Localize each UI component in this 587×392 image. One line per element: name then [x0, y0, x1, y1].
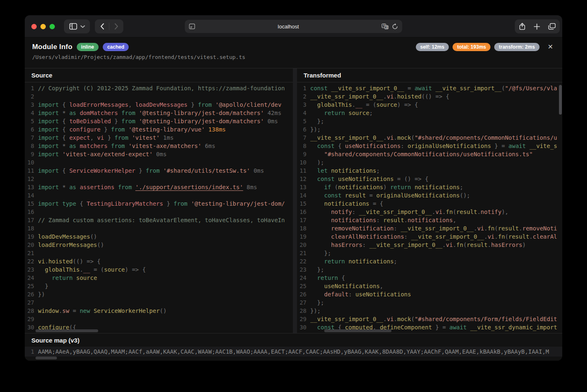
- code-line: 7__vite_ssr_import_0__.vi.mock("#shared/…: [297, 134, 562, 142]
- code-line: 18 removeNotification: __vite_ssr_import…: [297, 224, 562, 232]
- line-number: 27: [25, 298, 38, 307]
- code-line: 9import 'vitest-axe/extend-expect' 0ms: [25, 150, 293, 158]
- new-tab-button[interactable]: [534, 23, 540, 30]
- code-line: 9 "#shared/components/CommonNotification…: [297, 150, 562, 158]
- line-number: 16: [25, 208, 38, 216]
- code-line: 11import { ServiceWorkerHelper } from '#…: [25, 167, 293, 175]
- line-number: 26: [297, 290, 310, 298]
- line-number: 25: [297, 282, 310, 290]
- line-number: 22: [297, 257, 310, 265]
- source-panel: Source 1// Copyright (C) 2012-2025 Zamma…: [25, 68, 293, 333]
- close-window-button[interactable]: [31, 24, 37, 29]
- page-title: Module Info: [32, 43, 73, 51]
- toolbar-right-buttons: [515, 19, 560, 33]
- code-line: 28});: [297, 307, 562, 315]
- code-line: 28window.sw = new ServiceWorkerHelper(): [25, 307, 293, 315]
- line-number: 24: [297, 274, 310, 282]
- code-line: 16 notify: __vite_ssr_import_0__.vi.fn(r…: [297, 208, 562, 216]
- line-number: 4: [297, 109, 310, 117]
- url-text: localhost: [195, 23, 382, 30]
- module-file-path: /Users/vladimir/Projects/zammad/app/fron…: [32, 54, 555, 60]
- line-number: 14: [25, 191, 38, 200]
- code-line: 4 return source;: [297, 109, 562, 117]
- line-number: 13: [25, 183, 38, 191]
- code-line: 17// Zammad custom assertions: toBeAvata…: [25, 216, 293, 224]
- page-settings-icon[interactable]: [189, 23, 195, 29]
- code-line: 2: [25, 92, 293, 101]
- forward-button[interactable]: [109, 23, 123, 30]
- line-number: 17: [25, 216, 38, 224]
- code-line: 12 const useNotifications = () => {: [297, 175, 562, 183]
- address-bar[interactable]: localhost A 文: [185, 20, 402, 33]
- close-icon[interactable]: ✕: [546, 43, 555, 51]
- code-line: 7import { expect, vi } from 'vitest' 1ms: [25, 134, 293, 142]
- horizontal-scrollbar[interactable]: [35, 357, 57, 359]
- translate-icon[interactable]: A 文: [382, 23, 389, 29]
- line-number: 16: [297, 208, 310, 216]
- line-number: 22: [25, 257, 38, 265]
- transformed-code[interactable]: 1const __vite_ssr_import_0__ = await __v…: [297, 82, 562, 331]
- line-number: 21: [25, 249, 38, 257]
- code-line: 22 return notifications;: [297, 257, 562, 265]
- forward-icon: [114, 23, 118, 30]
- code-line: 4import * as domMatchers from '@testing-…: [25, 109, 293, 117]
- source-code[interactable]: 1// Copyright (C) 2012-2025 Zammad Found…: [25, 82, 293, 331]
- line-number: 4: [25, 109, 38, 117]
- code-line: 20loadErrorMessages(): [25, 241, 293, 249]
- horizontal-scrollbar[interactable]: [35, 329, 98, 332]
- navigation-buttons: [95, 19, 123, 33]
- line-number: 30: [297, 323, 310, 331]
- code-line: 10: [25, 158, 293, 167]
- line-number: 12: [297, 175, 310, 183]
- line-number: 7: [297, 134, 310, 142]
- module-info-header: Module Info inline cached self: 12ms tot…: [25, 38, 562, 68]
- browser-toolbar: localhost A 文: [25, 15, 562, 38]
- line-number: 15: [297, 200, 310, 208]
- code-line: 3 globalThis.__ = (source) => {: [297, 101, 562, 109]
- line-number: 26: [25, 290, 38, 298]
- line-number: 19: [297, 232, 310, 241]
- share-button[interactable]: [519, 23, 526, 30]
- line-number: 21: [297, 249, 310, 257]
- code-line: 18: [25, 224, 293, 232]
- code-line: 22vi.hoisted(() => {: [25, 257, 293, 265]
- minimize-window-button[interactable]: [40, 24, 46, 29]
- line-number: 10: [297, 158, 310, 167]
- line-number: 1: [297, 84, 310, 92]
- line-number: 20: [297, 241, 310, 249]
- line-number: 25: [25, 282, 38, 290]
- code-line: 29__vite_ssr_import_0__.vi.mock("#shared…: [297, 315, 562, 323]
- code-line: 3import { loadErrorMessages, loadDevMess…: [25, 101, 293, 109]
- reload-icon[interactable]: [392, 23, 398, 30]
- code-line: 27: [25, 298, 293, 307]
- line-number: 1: [25, 84, 38, 92]
- code-line: 25 useNotifications,: [297, 282, 562, 290]
- code-line: 14: [25, 191, 293, 200]
- sidebar-toggle-button[interactable]: [64, 19, 90, 33]
- line-number: 28: [297, 307, 310, 315]
- vertical-scrollbar[interactable]: [559, 85, 562, 115]
- line-number: 9: [297, 150, 310, 158]
- browser-window: localhost A 文: [25, 15, 562, 361]
- line-number: 18: [297, 224, 310, 232]
- zoom-window-button[interactable]: [50, 24, 55, 29]
- sidebar-icon: [69, 23, 77, 30]
- chevron-down-icon: [80, 25, 85, 28]
- transformed-panel: Transformed 1const __vite_ssr_import_0__…: [293, 68, 562, 333]
- code-line: 27 };: [297, 298, 562, 307]
- horizontal-scrollbar[interactable]: [324, 329, 391, 332]
- code-line: 24 return {: [297, 274, 562, 282]
- code-line: 6});: [297, 125, 562, 134]
- line-number: 2: [25, 92, 38, 101]
- code-line: 25 }: [25, 282, 293, 290]
- module-link[interactable]: './support/assertions/index.ts': [135, 184, 243, 190]
- back-button[interactable]: [95, 23, 109, 30]
- line-number: 24: [25, 274, 38, 282]
- line-number: 1: [25, 348, 38, 355]
- line-number: 23: [297, 265, 310, 274]
- tab-overview-button[interactable]: [548, 23, 556, 30]
- code-line: 26}): [25, 290, 293, 298]
- line-number: 18: [25, 224, 38, 232]
- code-line: 8 const { useNotifications: originalUseN…: [297, 142, 562, 150]
- transformed-panel-title: Transformed: [297, 68, 562, 82]
